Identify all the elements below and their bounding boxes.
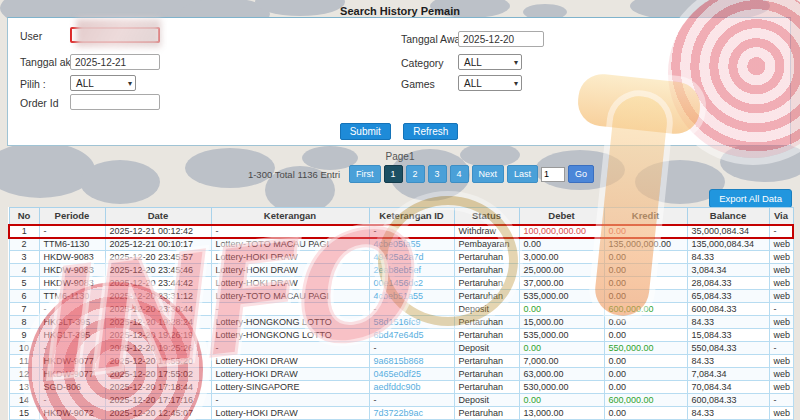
table-body: 1-2025-12-21 00:12:42--Withdraw100,000,0… <box>9 225 793 420</box>
cell-keterangan: Lottery-HOKI DRAW <box>211 277 369 290</box>
column-header: Balance <box>687 208 769 225</box>
tanggal-awal-label: Tanggal Awal <box>401 33 463 45</box>
page-indicator: Page1 <box>0 151 800 162</box>
export-all-data-button[interactable]: Export All Data <box>709 189 792 208</box>
cell-periode: HKGLT-395 <box>39 316 105 329</box>
cell-periode: HKDW-9077 <box>39 368 105 381</box>
history-table: NoPeriodeDateKeteranganKeterangan IDStat… <box>8 207 794 420</box>
games-select[interactable]: ALL ▾ <box>458 75 522 91</box>
cell-via: - <box>769 303 793 316</box>
cell-keterangan-id[interactable]: 4cbe05fa55 <box>369 238 454 251</box>
cell-no: 11 <box>9 355 39 368</box>
cell-debet: 0.00 <box>519 342 604 355</box>
category-select[interactable]: ALL ▾ <box>458 54 522 70</box>
cell-periode: - <box>39 342 105 355</box>
cell-date: 2025-12-20 12:45:07 <box>105 407 211 420</box>
user-input[interactable] <box>70 27 160 43</box>
cell-date: 2025-12-20 17:55:20 <box>105 355 211 368</box>
page-button-first[interactable]: First <box>349 165 381 183</box>
games-select-value: ALL <box>464 78 482 89</box>
cell-keterangan: Lottery-TOTO MACAU PAGI <box>211 238 369 251</box>
cell-balance: 28,084.33 <box>687 277 769 290</box>
pilih-label: Pilih : <box>20 78 46 90</box>
cell-keterangan-id[interactable]: 7d3722b9ac <box>369 407 454 420</box>
column-header: Date <box>105 208 211 225</box>
cell-debet: 530,000.00 <box>519 381 604 394</box>
cell-via: web <box>769 290 793 303</box>
goto-page-input[interactable] <box>541 167 565 182</box>
cell-balance: 84.33 <box>687 316 769 329</box>
cell-no: 4 <box>9 264 39 277</box>
cell-date: 2025-12-20 17:55:02 <box>105 368 211 381</box>
category-label: Category <box>401 57 444 69</box>
cell-periode: TTM6-1130 <box>39 290 105 303</box>
page-button-1[interactable]: 1 <box>384 165 403 183</box>
chevron-down-icon: ▾ <box>514 79 518 88</box>
cell-debet: 25,000.00 <box>519 264 604 277</box>
cell-keterangan-id[interactable]: 6bd47e64d5 <box>369 329 454 342</box>
cell-date: 2025-12-20 17:18:44 <box>105 381 211 394</box>
cell-keterangan-id: - <box>369 225 454 238</box>
cell-periode: HKGLT-395 <box>39 329 105 342</box>
page-button-last[interactable]: Last <box>507 165 538 183</box>
cell-keterangan-id[interactable]: 9a6815b868 <box>369 355 454 368</box>
tanggal-akhir-input[interactable] <box>70 54 160 70</box>
cell-status: Pertaruhan <box>454 264 519 277</box>
tanggal-awal-input[interactable] <box>458 31 544 47</box>
cell-periode: - <box>39 394 105 407</box>
cell-keterangan-id[interactable]: 00e1456dc2 <box>369 277 454 290</box>
page-button-2[interactable]: 2 <box>406 165 425 183</box>
category-select-value: ALL <box>464 57 482 68</box>
cell-keterangan: Lottery-HONGKONG LOTTO <box>211 316 369 329</box>
cell-keterangan-id[interactable]: 2eab8eb5ef <box>369 264 454 277</box>
cell-debet: 0.00 <box>519 303 604 316</box>
go-button[interactable]: Go <box>568 165 594 183</box>
cell-date: 2025-12-20 17:17:16 <box>105 394 211 407</box>
cell-no: 6 <box>9 290 39 303</box>
submit-button[interactable]: Submit <box>340 123 391 140</box>
order-id-input[interactable] <box>70 94 160 110</box>
column-header: Kredit <box>604 208 687 225</box>
cell-kredit: 0.00 <box>604 277 687 290</box>
pagination-bar: First1234NextLast Go <box>349 165 594 183</box>
table-row: 15HKDW-90722025-12-20 12:45:07Lottery-HO… <box>9 407 793 420</box>
cell-kredit: 0.00 <box>604 355 687 368</box>
cell-via: - <box>769 394 793 407</box>
cell-date: 2025-12-20 23:31:12 <box>105 290 211 303</box>
cell-debet: 7,000.00 <box>519 355 604 368</box>
cell-periode: - <box>39 303 105 316</box>
page-button-3[interactable]: 3 <box>428 165 447 183</box>
cell-status: Pertaruhan <box>454 368 519 381</box>
cell-keterangan-id[interactable]: aedfddc90b <box>369 381 454 394</box>
cell-kredit: 0.00 <box>604 316 687 329</box>
refresh-button[interactable]: Refresh <box>403 123 458 140</box>
cell-keterangan: Lottery-HOKI DRAW <box>211 407 369 420</box>
table-row: 3HKDW-90832025-12-20 23:45:57Lottery-HOK… <box>9 251 793 264</box>
cell-keterangan: Lottery-TOTO MACAU PAGI <box>211 290 369 303</box>
cell-via: - <box>769 342 793 355</box>
cell-keterangan: Lottery-HOKI DRAW <box>211 251 369 264</box>
cell-keterangan-id: - <box>369 342 454 355</box>
cell-debet: 37,000.00 <box>519 277 604 290</box>
cell-date: 2025-12-21 00:10:17 <box>105 238 211 251</box>
cell-keterangan-id[interactable]: 58d1516fc9 <box>369 316 454 329</box>
cell-no: 13 <box>9 381 39 394</box>
cell-keterangan-id[interactable]: 4cbeb51a55 <box>369 290 454 303</box>
cell-via: web <box>769 368 793 381</box>
cell-kredit: 0.00 <box>604 251 687 264</box>
cell-no: 14 <box>9 394 39 407</box>
cell-status: Pembayaran <box>454 238 519 251</box>
cell-via: web <box>769 251 793 264</box>
cell-debet: 535,000.00 <box>519 329 604 342</box>
page-button-next[interactable]: Next <box>472 165 505 183</box>
cell-balance: 65,084.33 <box>687 290 769 303</box>
order-id-label: Order Id <box>20 97 59 109</box>
cell-status: Deposit <box>454 394 519 407</box>
cell-keterangan-id[interactable]: 49425a2a7d <box>369 251 454 264</box>
table-row: 4HKDW-90832025-12-20 23:45:46Lottery-HOK… <box>9 264 793 277</box>
pilih-select[interactable]: ALL ▾ <box>70 75 136 91</box>
table-row: 10-2025-12-20 19:25:26--Deposit0.00550,0… <box>9 342 793 355</box>
cell-via: web <box>769 316 793 329</box>
page-button-4[interactable]: 4 <box>450 165 469 183</box>
cell-keterangan-id[interactable]: 0465e0df25 <box>369 368 454 381</box>
